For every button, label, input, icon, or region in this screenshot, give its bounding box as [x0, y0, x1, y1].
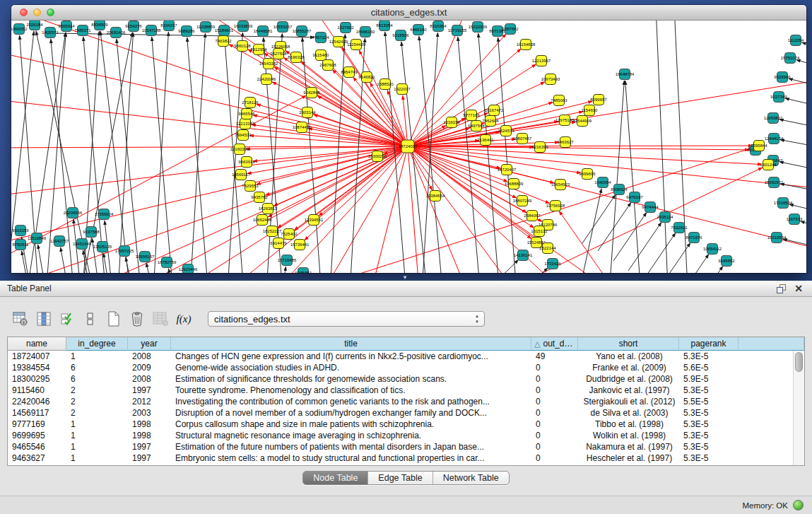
graph-node-label: 1216039 — [443, 120, 460, 124]
table-row[interactable]: 946554611997Estimation of the future num… — [8, 441, 804, 452]
cell-name: 9699695 — [8, 430, 66, 441]
column-header-out_degree[interactable]: △out_de... — [531, 337, 578, 351]
network-view[interactable]: 1893052202618414055729505914768537188345… — [11, 21, 806, 273]
graph-node-label: 16263813 — [259, 206, 278, 211]
graph-node-label: 7485063 — [551, 98, 567, 103]
cell-pagerank: 5.3E-5 — [679, 407, 739, 419]
cell-year: 2009 — [128, 362, 171, 373]
cell-in_degree: 1 — [66, 430, 128, 441]
graph-node-label: 7857224 — [312, 35, 329, 40]
graph-node-label: 18300295 — [368, 154, 387, 158]
graph-node-label: 20206556 — [64, 211, 83, 215]
cell-pagerank: 5.3E-5 — [679, 419, 739, 430]
cell-short: Dudbridge et al. (2008) — [578, 373, 679, 385]
table-row[interactable]: 1872400712008Changes of HCN gene express… — [8, 351, 804, 362]
graph-node-label: 12394551 — [305, 218, 324, 222]
graph-node-label: 2684067 — [524, 214, 541, 218]
column-header-year[interactable]: year — [128, 337, 171, 351]
cell-pagerank: 5.3E-5 — [679, 452, 739, 464]
graph-node-label: 1640054 — [594, 180, 611, 185]
table-scrollbar[interactable] — [793, 351, 804, 465]
cell-in_degree: 6 — [66, 373, 128, 385]
graph-node-label: 9474444 — [642, 205, 659, 209]
delete-column-icon[interactable] — [128, 310, 146, 328]
tab-node-table[interactable]: Node Table — [303, 472, 368, 484]
table-scrollbar-thumb[interactable] — [795, 352, 803, 372]
graph-node-label: 9245652 — [718, 259, 735, 263]
column-header-in_degree[interactable]: in_degree — [66, 337, 128, 351]
tab-edge-table[interactable]: Edge Table — [368, 472, 433, 484]
graph-node-label: 1595844 — [751, 144, 767, 148]
close-panel-icon[interactable]: ✕ — [792, 283, 805, 294]
network-graph-svg: 1893052202618414055729505914768537188345… — [11, 21, 806, 273]
cell-pagerank: 5.3E-5 — [679, 441, 739, 452]
table-row[interactable]: 1830029562008Estimation of significance … — [8, 373, 804, 385]
panel-splitter-handle[interactable]: ▾ — [401, 274, 409, 280]
network-window-titlebar[interactable]: citations_edges.txt — [11, 5, 806, 21]
cell-pagerank: 5.3E-5 — [679, 430, 739, 441]
column-header-name[interactable]: name — [8, 337, 66, 351]
graph-node-label: 16033839 — [234, 24, 253, 28]
select-all-icon[interactable] — [58, 310, 76, 328]
table-row[interactable]: 946362711997Embryonic stem cells: a mode… — [8, 452, 804, 464]
delete-table-icon[interactable] — [151, 310, 170, 328]
column-header-title[interactable]: title — [171, 337, 531, 351]
cell-short: Hescheler et al. (1997) — [578, 452, 679, 464]
graph-node-label: 10347188 — [142, 28, 161, 33]
graph-node-label: 2522144 — [539, 246, 556, 250]
cell-out_degree: 0 — [531, 385, 578, 396]
cell-out_degree: 0 — [531, 407, 578, 419]
cell-in_degree: 1 — [66, 419, 128, 430]
float-panel-icon[interactable] — [775, 283, 788, 294]
graph-node-label: 17957225 — [115, 249, 134, 253]
cell-short: Wolkin et al. (1998) — [578, 430, 679, 441]
show-columns-icon[interactable] — [35, 310, 53, 328]
cell-in_degree: 1 — [66, 441, 128, 452]
graph-node-label: 10719155 — [448, 28, 467, 33]
table-options-icon[interactable] — [11, 310, 30, 328]
function-builder-icon[interactable]: f(x) — [175, 310, 193, 328]
cell-short: Jankovic et al. (1997) — [578, 385, 679, 396]
table-row[interactable]: 977716911998Corpus callosum shape and si… — [8, 419, 804, 430]
rows-icon[interactable] — [81, 310, 100, 328]
table-row[interactable]: 2242004622012Investigating the contribut… — [8, 396, 804, 407]
graph-node-label: 19958167 — [136, 255, 155, 259]
table-row[interactable]: 1456911722003Disruption of a novel membe… — [8, 407, 804, 419]
graph-node-label: 19654923 — [551, 182, 570, 187]
cell-title: Tourette syndrome. Phenomenology and cla… — [171, 385, 531, 396]
graph-node-label: 8938924 — [611, 187, 628, 192]
cell-name: 18724007 — [8, 351, 66, 362]
graph-node-label: 7994533 — [235, 133, 252, 137]
graph-node-label: 2136441 — [477, 138, 494, 142]
graph-node-label: 6466160 — [410, 28, 427, 32]
graph-node-label: 7462604 — [482, 119, 499, 123]
graph-node-label: 2718126 — [242, 100, 259, 105]
column-header-pagerank[interactable]: pagerank — [679, 337, 739, 351]
graph-node-label: 16154838 — [517, 42, 536, 47]
cell-name: 22420046 — [8, 396, 66, 407]
new-column-icon[interactable] — [105, 310, 123, 328]
cell-year: 2003 — [128, 407, 171, 419]
cell-title: Corpus callosum shape and size in male p… — [171, 419, 531, 430]
table-selector-dropdown[interactable]: citations_edges.txt ▲▼ — [208, 311, 485, 327]
graph-node-label: 1405572 — [42, 30, 59, 35]
status-bar: Memory: OK — [0, 496, 812, 514]
graph-node-label: 9313159 — [12, 228, 29, 233]
column-header-short[interactable]: short — [578, 337, 679, 351]
cell-out_degree: 0 — [531, 441, 578, 452]
cell-out_degree: 0 — [531, 396, 578, 407]
cell-name: 9115460 — [8, 385, 66, 396]
tab-network-table[interactable]: Network Table — [433, 472, 509, 484]
cell-year: 1998 — [128, 419, 171, 430]
table-row[interactable]: 1938455462009Genome-wide association stu… — [8, 362, 804, 373]
table-row[interactable]: 911546021997Tourette syndrome. Phenomeno… — [8, 385, 804, 396]
graph-node-label: 9465546 — [238, 112, 255, 116]
cell-short: Stergiakouli et al. (2012) — [578, 396, 679, 407]
table-row[interactable]: 969969511998Structural magnetic resonanc… — [8, 430, 804, 441]
cell-year: 1997 — [128, 441, 171, 452]
cell-pagerank: 5.9E-5 — [679, 373, 739, 385]
graph-node-label: 9146821 — [358, 75, 375, 79]
cell-title: Estimation of the future numbers of pati… — [171, 441, 531, 452]
graph-node-label: 7525402 — [281, 232, 298, 236]
graph-node-label: 6216399 — [531, 145, 548, 149]
